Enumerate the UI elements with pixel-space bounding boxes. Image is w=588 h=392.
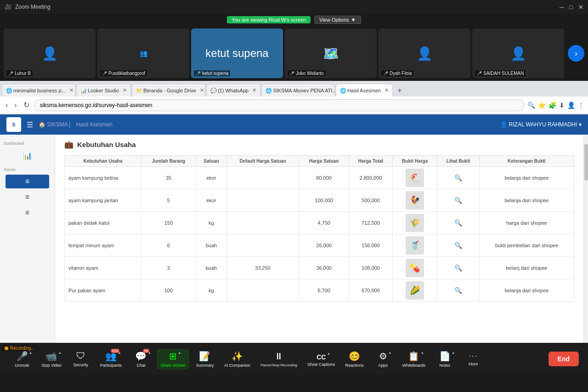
tab-close-btn[interactable]: ✕ xyxy=(252,87,256,93)
cell-keterangan: harga dari shopee xyxy=(479,212,574,234)
magnify-icon[interactable]: 🔍 xyxy=(454,287,462,294)
magnify-icon[interactable]: 🔍 xyxy=(454,264,462,272)
cell-harga-total: 712,500 xyxy=(349,212,392,234)
new-tab-btn[interactable]: + xyxy=(394,85,406,97)
tab-looker[interactable]: 📊 Looker Studio ✕ xyxy=(76,84,131,97)
cell-harga-total: 108,000 xyxy=(349,257,392,279)
close-btn[interactable]: ✕ xyxy=(578,4,583,11)
notes-button[interactable]: 📄 ▲ Notes xyxy=(432,349,458,369)
cell-harga-total: 2,800,000 xyxy=(349,167,392,189)
cell-lihat-bukti[interactable]: 🔍 xyxy=(437,279,480,302)
participant-tile-ketut: ketut supena 🎤ketut supena xyxy=(191,28,283,78)
profile-icon[interactable]: 👤 xyxy=(567,102,575,109)
tab-drive[interactable]: 📁 Beranda · Google Drive ✕ xyxy=(132,84,205,97)
whiteboards-icon: 📋 ▲ xyxy=(408,351,419,362)
participant-tile-pusdiklat: 👥 🎤Pusdiklatbangprof xyxy=(97,28,189,78)
share-screen-label: Share Screen xyxy=(160,363,186,368)
security-button[interactable]: 🛡 Security xyxy=(68,349,94,369)
apps-button[interactable]: ⚙ ▲ Apps xyxy=(370,349,396,369)
ai-companion-button[interactable]: ✨ AI Companion xyxy=(220,349,254,369)
bookmark-icon[interactable]: ⭐ xyxy=(538,102,546,109)
cell-bukti-img: 🌽 xyxy=(392,279,437,302)
table-row: ayam kampung betina 35 ekor 80,000 2,800… xyxy=(65,167,574,189)
recording-label: Recording... xyxy=(10,346,35,351)
magnify-icon[interactable]: 🔍 xyxy=(454,174,462,182)
tab-label: SIKSMA-Monev PENA ATI... xyxy=(273,88,335,93)
hamburger-icon[interactable]: ☰ xyxy=(27,120,33,129)
sidebar-item-chart[interactable]: 📊 xyxy=(6,148,49,163)
participant-tile-dyah: 👤 🎤Dyah Fitria xyxy=(379,28,470,78)
scrollbar[interactable] xyxy=(583,135,588,343)
cell-lihat-bukti[interactable]: 🔍 xyxy=(437,189,480,212)
share-screen-button[interactable]: ⊞ ▲ Share Screen xyxy=(157,349,189,369)
cell-lihat-bukti[interactable]: 🔍 xyxy=(437,212,480,234)
whiteboards-label: Whiteboards xyxy=(402,363,426,368)
cell-lihat-bukti[interactable]: 🔍 xyxy=(437,167,480,189)
cell-satuan: kg xyxy=(196,279,226,302)
view-options-button[interactable]: View Options ▼ xyxy=(314,16,361,24)
back-btn[interactable]: ‹ xyxy=(4,100,10,110)
tab-hasil-asesmen[interactable]: 🌐 Hasil Asesmen ✕ xyxy=(336,84,393,97)
summary-button[interactable]: 📝 Summary xyxy=(192,349,218,369)
sidebar-item-list-active[interactable]: ≡ xyxy=(6,175,49,188)
pause-recording-button[interactable]: ⏸ Pause/Stop Recording xyxy=(257,349,301,369)
download-icon[interactable]: ⬇ xyxy=(559,102,565,109)
more-button[interactable]: ··· More xyxy=(460,349,486,369)
table-row: Pur pakan ayam 100 kg 6,700 670,000 🌽 🔍 … xyxy=(65,279,574,302)
tab-minimalist[interactable]: 🌐 minimalist business p... ✕ xyxy=(2,84,75,97)
sidebar-item-list2[interactable]: ≡ xyxy=(6,190,49,204)
minimize-btn[interactable]: ─ xyxy=(560,4,564,11)
cell-default xyxy=(226,167,299,189)
cell-harga-total: 500,000 xyxy=(349,189,392,212)
reload-btn[interactable]: ↻ xyxy=(22,100,31,110)
maximize-btn[interactable]: □ xyxy=(569,4,573,11)
cell-default xyxy=(226,234,299,257)
cell-jumlah: 3 xyxy=(141,257,196,279)
participant-tile-saidah: 👤 🎤SAIDAH SULEMAN xyxy=(472,28,564,78)
cell-lihat-bukti[interactable]: 🔍 xyxy=(437,257,480,279)
product-image: 🌽 xyxy=(406,281,424,300)
whiteboards-button[interactable]: 📋 ▲ Whiteboards xyxy=(399,349,430,369)
tab-close-btn[interactable]: ✕ xyxy=(69,87,74,93)
unmute-label: Unmute xyxy=(15,363,29,368)
cell-harga-satuan: 100,000 xyxy=(299,189,349,212)
tab-favicon: 📁 xyxy=(136,88,141,93)
participants-button[interactable]: 👥 633 ▲ Participants xyxy=(96,349,125,369)
cell-keterangan: belanja dari shopee xyxy=(479,279,574,302)
product-image: 🐔 xyxy=(406,169,424,187)
ai-companion-icon: ✨ xyxy=(232,351,243,362)
chat-icon: 💬 98 ▲ xyxy=(135,351,147,362)
scrollbar-thumb[interactable] xyxy=(584,144,588,181)
tab-close-btn[interactable]: ✕ xyxy=(123,87,127,93)
magnify-icon[interactable]: 🔍 xyxy=(454,197,462,204)
sidebar-item-list3[interactable]: ≡ xyxy=(6,206,49,220)
menu-icon[interactable]: ⋮ xyxy=(578,102,584,109)
unmute-button[interactable]: 🎤▲ Unmute xyxy=(9,349,35,369)
col-header-lihat-bukti: Lihat Bukti xyxy=(437,156,480,167)
tab-close-btn[interactable]: ✕ xyxy=(200,87,204,93)
sidebar: Dashboard 📊 Survei ≡ ≡ ≡ xyxy=(0,135,55,343)
chat-button[interactable]: 💬 98 ▲ Chat xyxy=(128,349,154,369)
site-body: Dashboard 📊 Survei ≡ ≡ ≡ 💼 xyxy=(0,135,588,343)
end-meeting-button[interactable]: End xyxy=(548,352,579,366)
forward-btn[interactable]: › xyxy=(12,100,18,110)
breadcrumb-home[interactable]: 🏠 SIKSMA | xyxy=(39,121,70,128)
address-bar[interactable] xyxy=(34,99,525,111)
tab-siksma-monev[interactable]: 🌐 SIKSMA-Monev PENA ATI... ✕ xyxy=(261,84,335,97)
tab-whatsapp[interactable]: 💬 (1) WhatsApp ✕ xyxy=(206,84,260,97)
security-icon: 🛡 xyxy=(76,351,85,361)
magnify-icon[interactable]: 🔍 xyxy=(454,219,462,227)
reactions-button[interactable]: 😊 Reactions xyxy=(342,349,368,369)
search-icon[interactable]: 🔍 xyxy=(527,102,535,109)
extensions-icon[interactable]: 🧩 xyxy=(548,102,556,109)
cell-lihat-bukti[interactable]: 🔍 xyxy=(437,234,480,257)
browser-toolbar: ‹ › ↻ 🔍 ⭐ 🧩 ⬇ 👤 ⋮ xyxy=(0,97,588,114)
magnify-icon[interactable]: 🔍 xyxy=(454,242,462,249)
next-participant-btn[interactable]: › xyxy=(568,45,584,62)
cell-name: ayam kampung betina xyxy=(65,167,141,189)
more-label: More xyxy=(469,362,478,366)
tab-close-btn[interactable]: ✕ xyxy=(384,87,389,93)
user-profile-btn[interactable]: 👤 RIZAL WAHYU RAHMADHI ▾ xyxy=(500,121,582,128)
stop-video-button[interactable]: 📹▲ Stop Video xyxy=(38,349,65,369)
show-captions-button[interactable]: CC ▲ Show Captions xyxy=(304,349,339,369)
